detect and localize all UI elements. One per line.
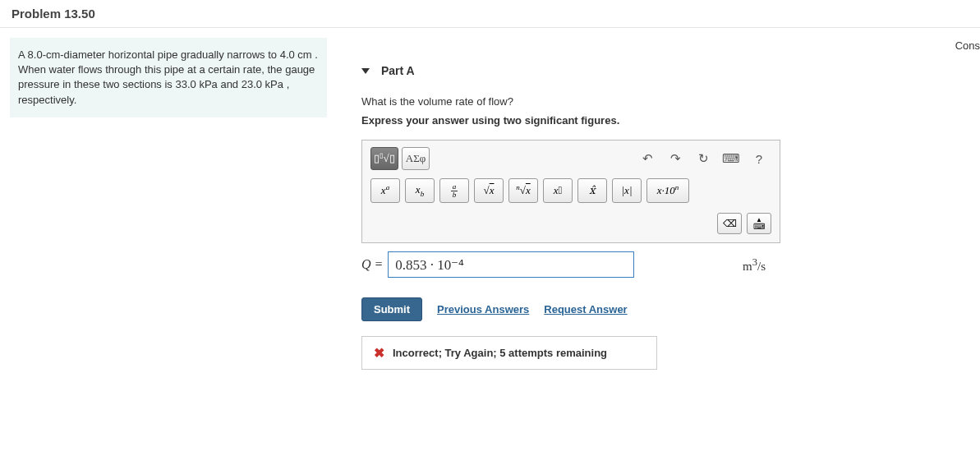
undo-button[interactable]: ↶ xyxy=(635,148,660,169)
request-answer-link[interactable]: Request Answer xyxy=(544,303,627,316)
sqrt-button[interactable]: √x xyxy=(474,178,504,203)
previous-answers-link[interactable]: Previous Answers xyxy=(437,303,529,316)
problem-title: Problem 13.50 xyxy=(12,7,95,21)
abs-button[interactable]: |x| xyxy=(612,178,642,203)
superscript-button[interactable]: xa xyxy=(370,178,400,203)
greek-tab[interactable]: ΑΣφ xyxy=(402,147,430,170)
part-label: Part A xyxy=(381,64,415,77)
answer-input[interactable] xyxy=(388,251,634,278)
feedback-box: ✖ Incorrect; Try Again; 5 attempts remai… xyxy=(361,336,657,370)
keyboard-toggle-button[interactable]: ▲⌨ xyxy=(747,213,771,234)
nroot-button[interactable]: n√x xyxy=(508,178,538,203)
backspace-button[interactable]: ⌫ xyxy=(717,213,742,234)
problem-sidebar: A 8.0-cm-diameter horizontal pipe gradua… xyxy=(0,28,337,381)
backspace-icon: ⌫ xyxy=(723,218,737,229)
hat-button[interactable]: x̂ xyxy=(577,178,607,203)
main-content: Cons Part A What is the volume rate of f… xyxy=(337,28,980,381)
help-button[interactable]: ? xyxy=(747,148,771,169)
constants-link[interactable]: Cons xyxy=(955,39,980,52)
subscript-button[interactable]: xb xyxy=(405,178,435,203)
incorrect-icon: ✖ xyxy=(374,345,384,361)
problem-header: Problem 13.50 xyxy=(0,0,980,28)
math-tab-icon: ▯▯√▯ xyxy=(374,152,394,165)
answer-units: m3/s xyxy=(743,256,780,274)
submit-button[interactable]: Submit xyxy=(361,297,422,321)
fraction-button[interactable]: ab xyxy=(439,178,469,203)
equation-editor: ▯▯√▯ ΑΣφ ↶ ↷ ↻ ⌨ ? xa xb ab √x xyxy=(361,140,780,243)
redo-button[interactable]: ↷ xyxy=(663,148,688,169)
math-tab[interactable]: ▯▯√▯ xyxy=(370,147,398,170)
vector-button[interactable]: x⃗ xyxy=(543,178,573,203)
problem-statement: A 8.0-cm-diameter horizontal pipe gradua… xyxy=(10,38,327,117)
answer-row: Q = m3/s xyxy=(361,251,780,278)
question-text: What is the volume rate of flow? xyxy=(361,95,968,108)
feedback-text: Incorrect; Try Again; 5 attempts remaini… xyxy=(393,347,607,359)
reset-button[interactable]: ↻ xyxy=(691,148,715,169)
question-instruction: Express your answer using two significan… xyxy=(361,114,968,127)
collapse-icon xyxy=(361,68,370,74)
keyboard-up-icon: ▲⌨ xyxy=(753,217,765,230)
part-header[interactable]: Part A xyxy=(361,64,968,77)
keyboard-button[interactable]: ⌨ xyxy=(719,148,743,169)
answer-variable: Q = xyxy=(361,257,383,272)
sci-notation-button[interactable]: x·10n xyxy=(646,178,689,203)
